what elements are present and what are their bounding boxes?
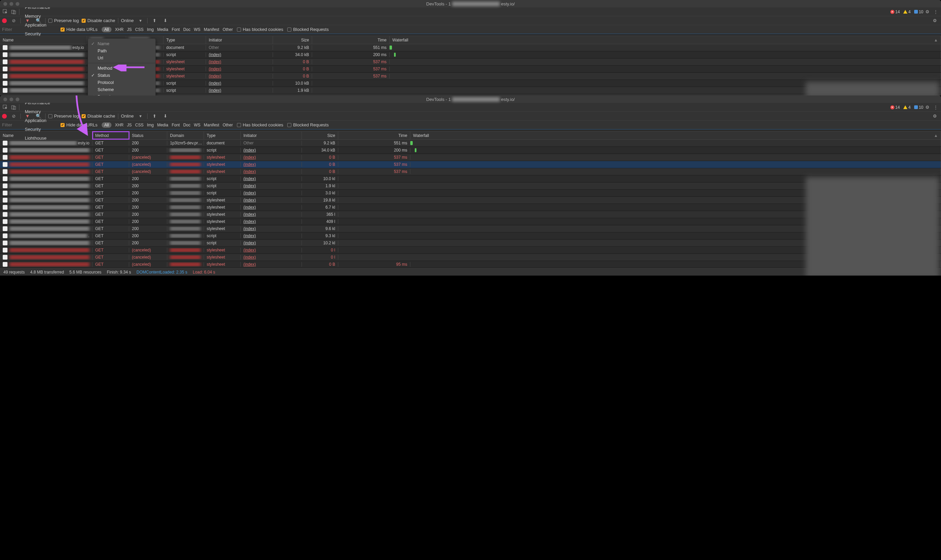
col-waterfall[interactable]: Waterfall▲	[410, 131, 941, 139]
window-minimize-light[interactable]	[9, 2, 13, 6]
table-row[interactable]: GET200script(index)3.0 kl	[0, 189, 941, 197]
record-button[interactable]	[2, 18, 7, 23]
table-row[interactable]: GET200script(index)10.2 kl	[0, 240, 941, 247]
table-row[interactable]: GET(canceled)stylesheet(index)0 B537 ms	[0, 168, 941, 175]
hide-data-urls-checkbox[interactable]: Hide data URLs	[60, 27, 97, 32]
col-status[interactable]: Status	[129, 131, 167, 139]
filter-type-all[interactable]: All	[102, 122, 111, 128]
download-har-icon[interactable]: ⬇	[161, 112, 169, 120]
gear-icon[interactable]: ⚙	[931, 17, 939, 25]
table-row[interactable]: GET(canceled)stylesheet(index)0 B537 ms	[0, 161, 941, 168]
info-badge[interactable]: 10	[914, 9, 923, 14]
filter-type-doc[interactable]: Doc	[183, 27, 190, 32]
filter-type-img[interactable]: Img	[147, 27, 154, 32]
clear-icon[interactable]: ⊘	[9, 112, 18, 120]
disable-cache-checkbox[interactable]: Disable cache	[82, 18, 115, 23]
window-minimize-light[interactable]	[9, 97, 13, 101]
filter-type-media[interactable]: Media	[157, 123, 168, 128]
col-type[interactable]: Type	[163, 36, 206, 44]
hide-data-urls-checkbox[interactable]: Hide data URLs	[60, 122, 97, 128]
table-row[interactable]: GET(canceled)stylesheet(index)0 l	[0, 254, 941, 261]
filter-type-xhr[interactable]: XHR	[115, 123, 123, 128]
inspect-element-icon[interactable]	[2, 103, 9, 111]
menu-item-method[interactable]: Method	[88, 65, 156, 72]
window-close-light[interactable]	[3, 2, 7, 6]
record-button[interactable]	[2, 114, 7, 118]
table-row[interactable]: GET(canceled)stylesheet(index)0 B95 ms	[0, 261, 941, 268]
table-row[interactable]: GET(canceled)stylesheet(index)0 l	[0, 247, 941, 254]
menu-item-name[interactable]: ✓Name	[88, 40, 156, 47]
table-row[interactable]: GET200script(index)34.0 kB200 ms	[0, 147, 941, 154]
clear-icon[interactable]: ⊘	[9, 17, 18, 25]
col-name[interactable]: Name	[0, 131, 92, 139]
table-row[interactable]: GET(canceled)stylesheet(index)0 B537 ms	[0, 154, 941, 161]
upload-har-icon[interactable]: ⬆	[150, 17, 159, 25]
filter-type-ws[interactable]: WS	[194, 123, 200, 128]
col-waterfall[interactable]: Waterfall▲	[390, 36, 941, 44]
errors-badge[interactable]: ✕14	[890, 9, 900, 14]
col-size[interactable]: Size	[273, 36, 312, 44]
table-row[interactable]: esty.ioGET2001p3lznr5-dev.pr…documentOth…	[0, 140, 941, 147]
throttling-select[interactable]: Online	[121, 18, 134, 23]
errors-badge[interactable]: ✕14	[890, 105, 900, 110]
table-row[interactable]: .GET200script(index)9.3 kl	[0, 232, 941, 240]
filter-icon[interactable]: ▼	[23, 17, 32, 25]
menu-item-path[interactable]: Path	[88, 47, 156, 54]
upload-har-icon[interactable]: ⬆	[150, 112, 159, 120]
window-zoom-light[interactable]	[15, 2, 19, 6]
filter-type-manifest[interactable]: Manifest	[204, 27, 219, 32]
menu-item-scheme[interactable]: Scheme	[88, 86, 156, 93]
col-name[interactable]: Name	[0, 36, 87, 44]
menu-item-protocol[interactable]: Protocol	[88, 79, 156, 86]
throttling-chevron-icon[interactable]: ▾	[136, 17, 145, 25]
filter-type-js[interactable]: JS	[127, 123, 132, 128]
filter-type-font[interactable]: Font	[172, 27, 180, 32]
col-initiator[interactable]: Initiator	[241, 131, 302, 139]
table-row[interactable]: GET200stylesheet(index)409 l	[0, 218, 941, 225]
filter-type-css[interactable]: CSS	[135, 123, 143, 128]
table-row[interactable]: GET200stylesheet(index)19.8 kl	[0, 197, 941, 204]
preserve-log-checkbox[interactable]: Preserve log	[48, 18, 79, 23]
menu-item-domain[interactable]: ✓Domain	[88, 93, 156, 95]
col-time[interactable]: Time	[312, 36, 390, 44]
col-initiator[interactable]: Initiator	[206, 36, 273, 44]
table-row[interactable]: GET200script(index)1.9 kl	[0, 183, 941, 189]
filter-type-img[interactable]: Img	[147, 123, 154, 128]
throttling-chevron-icon[interactable]: ▾	[136, 112, 145, 120]
gear-icon[interactable]: ⚙	[931, 112, 939, 120]
table-row[interactable]: GET200stylesheet(index)6.7 kl	[0, 204, 941, 211]
col-type[interactable]: Type	[204, 131, 241, 139]
menu-item-url[interactable]: Url	[88, 54, 156, 62]
filter-type-doc[interactable]: Doc	[183, 123, 190, 128]
preserve-log-checkbox[interactable]: Preserve log	[48, 114, 79, 118]
table-row[interactable]: GET200script(index)10.0 kl	[0, 175, 941, 183]
blocked-cookies-checkbox[interactable]: Has blocked cookies	[237, 27, 283, 32]
warnings-badge[interactable]: 4	[903, 9, 911, 14]
device-toolbar-icon[interactable]	[9, 8, 18, 16]
search-icon[interactable]: 🔍	[34, 17, 43, 25]
filter-type-other[interactable]: Other	[223, 123, 233, 128]
filter-type-ws[interactable]: WS	[194, 27, 200, 32]
blocked-requests-checkbox[interactable]: Blocked Requests	[287, 27, 329, 32]
device-toolbar-icon[interactable]	[9, 103, 18, 111]
filter-type-font[interactable]: Font	[172, 123, 180, 128]
window-close-light[interactable]	[3, 97, 7, 101]
filter-type-media[interactable]: Media	[157, 27, 168, 32]
filter-input[interactable]	[2, 27, 57, 32]
filter-type-css[interactable]: CSS	[135, 27, 143, 32]
more-icon[interactable]: ⋮	[932, 103, 939, 111]
window-zoom-light[interactable]	[15, 97, 19, 101]
more-icon[interactable]: ⋮	[932, 8, 939, 16]
disable-cache-checkbox[interactable]: Disable cache	[82, 114, 115, 118]
table-row[interactable]: GET200stylesheet(index)365 l	[0, 211, 941, 218]
gear-icon[interactable]: ⚙	[923, 8, 932, 16]
blocked-cookies-checkbox[interactable]: Has blocked cookies	[237, 122, 283, 128]
throttling-select[interactable]: Online	[121, 114, 134, 118]
filter-input[interactable]	[2, 122, 57, 128]
filter-icon[interactable]: ▼	[23, 112, 32, 120]
filter-type-js[interactable]: JS	[127, 27, 132, 32]
filter-type-other[interactable]: Other	[223, 27, 233, 32]
filter-type-manifest[interactable]: Manifest	[204, 123, 219, 128]
col-size[interactable]: Size	[302, 131, 338, 139]
warnings-badge[interactable]: 4	[903, 105, 911, 110]
